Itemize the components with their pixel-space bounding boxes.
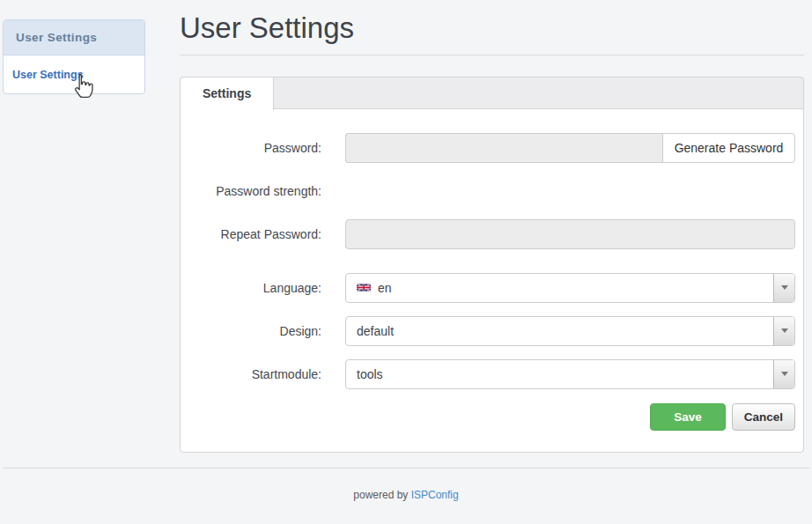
repeat-password-input[interactable] <box>345 219 795 249</box>
form-actions: Save Cancel <box>181 403 795 431</box>
save-button[interactable]: Save <box>650 403 726 431</box>
language-row: Language: en <box>181 273 795 303</box>
design-row: Design: default <box>181 316 795 346</box>
chevron-down-icon <box>773 360 794 388</box>
settings-panel: Password: Generate Password Password str… <box>180 108 804 453</box>
sidebar: User Settings User Settings <box>3 19 145 94</box>
startmodule-label: Startmodule: <box>181 367 321 381</box>
tab-bar: Settings <box>180 77 804 108</box>
powered-by-text: powered by <box>353 489 410 501</box>
language-selected-value: en <box>378 281 392 295</box>
language-label: Language: <box>181 281 321 295</box>
title-divider <box>180 55 804 55</box>
design-selected-value: default <box>357 324 394 338</box>
password-strength-row: Password strength: <box>181 176 795 206</box>
ispconfig-link[interactable]: ISPConfig <box>411 489 459 501</box>
chevron-down-icon <box>773 317 794 345</box>
chevron-down-icon <box>773 274 794 302</box>
repeat-password-label: Repeat Password: <box>181 227 321 241</box>
repeat-password-row: Repeat Password: <box>181 219 795 249</box>
password-input[interactable] <box>345 133 662 163</box>
sidebar-body: User Settings <box>4 55 144 93</box>
sidebar-header: User Settings <box>4 20 144 55</box>
main-content: User Settings Settings Password: Generat… <box>180 0 804 453</box>
design-select[interactable]: default <box>345 316 795 346</box>
generate-password-button[interactable]: Generate Password <box>662 133 795 163</box>
startmodule-selected-value: tools <box>357 367 383 381</box>
startmodule-select[interactable]: tools <box>345 359 795 389</box>
password-row: Password: Generate Password <box>181 133 795 163</box>
language-select[interactable]: en <box>345 273 795 303</box>
startmodule-row: Startmodule: tools <box>181 359 795 389</box>
password-strength-label: Password strength: <box>181 184 321 198</box>
tab-settings[interactable]: Settings <box>181 77 274 110</box>
mouse-pointer-hand-icon <box>70 72 93 102</box>
design-label: Design: <box>181 324 321 338</box>
page-title: User Settings <box>180 11 804 45</box>
page-footer: powered by ISPConfig <box>3 468 809 501</box>
flag-en-icon <box>357 283 371 292</box>
section-gap <box>181 262 795 273</box>
password-label: Password: <box>181 141 321 155</box>
cancel-button[interactable]: Cancel <box>732 403 795 431</box>
